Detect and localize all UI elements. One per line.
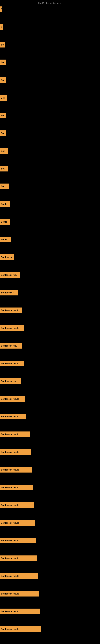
- bar-label-2: Bo: [1, 44, 4, 46]
- bar-item-23: Bottleneck result: [0, 414, 26, 420]
- bar-item-25: Bottleneck result: [0, 449, 31, 455]
- bar-label-0: B: [1, 8, 2, 10]
- bar-label-11: Bottle: [1, 203, 7, 205]
- bar-item-33: Bottleneck result: [0, 591, 39, 596]
- bar-item-5: Bot: [0, 95, 7, 100]
- bar-label-35: Bottleneck result: [1, 628, 19, 630]
- bar-item-8: Bot: [0, 148, 8, 154]
- bar-item-0: B: [0, 6, 2, 12]
- bar-label-28: Bottleneck result: [1, 504, 19, 506]
- bar-label-22: Bottleneck result: [1, 398, 19, 400]
- bar-item-9: Bot: [0, 166, 8, 172]
- bar-item-26: Bottleneck result: [0, 467, 32, 472]
- bar-label-21: Bottleneck res: [1, 380, 16, 382]
- bar-label-25: Bottleneck result: [1, 451, 19, 453]
- bar-label-3: Bo: [1, 61, 4, 64]
- bar-item-24: Bottleneck result: [0, 432, 30, 437]
- bar-item-16: Bottleneck r: [0, 290, 18, 296]
- bar-item-32: Bottleneck result: [0, 573, 38, 579]
- bar-item-13: Bottle: [0, 237, 11, 242]
- bar-label-19: Bottleneck resu: [1, 344, 17, 347]
- bar-label-4: Bo: [1, 79, 4, 81]
- bar-item-6: Bo: [0, 113, 6, 118]
- bar-item-20: Bottleneck result: [0, 361, 24, 366]
- bar-item-19: Bottleneck resu: [0, 343, 22, 348]
- bar-label-5: Bot: [1, 96, 4, 99]
- bar-item-1: B: [0, 24, 3, 30]
- bar-item-15: Bottleneck resu: [0, 272, 20, 278]
- bar-item-17: Bottleneck result: [0, 308, 22, 313]
- bar-label-6: Bo: [1, 114, 4, 117]
- bar-label-29: Bottleneck result: [1, 522, 19, 524]
- bar-item-21: Bottleneck res: [0, 378, 21, 384]
- bar-label-16: Bottleneck r: [1, 292, 14, 294]
- bar-label-14: Bottleneck: [1, 256, 12, 258]
- bar-item-4: Bo: [0, 77, 6, 83]
- bar-label-12: Bottle: [1, 220, 7, 223]
- bar-label-7: Bo: [1, 132, 4, 134]
- bar-item-27: Bottleneck result: [0, 484, 33, 490]
- bar-label-9: Bot: [1, 168, 4, 170]
- bar-label-34: Bottleneck result: [1, 610, 19, 612]
- bar-label-32: Bottleneck result: [1, 575, 19, 577]
- bar-item-35: Bottleneck result: [0, 626, 41, 632]
- bar-label-1: B: [1, 26, 2, 28]
- bar-label-13: Bottle: [1, 238, 7, 241]
- bar-item-14: Bottleneck: [0, 254, 14, 260]
- bar-label-8: Bot: [1, 150, 4, 152]
- bar-item-12: Bottle: [0, 219, 10, 224]
- bar-label-30: Bottleneck result: [1, 539, 19, 542]
- bar-label-27: Bottleneck result: [1, 486, 19, 489]
- bar-item-34: Bottleneck result: [0, 608, 40, 614]
- bar-label-31: Bottleneck result: [1, 557, 19, 560]
- bar-label-26: Bottleneck result: [1, 468, 19, 471]
- bar-label-20: Bottleneck result: [1, 362, 19, 365]
- bar-item-29: Bottleneck result: [0, 520, 35, 526]
- site-title: TheBottlenecker.com: [38, 2, 62, 5]
- bar-label-10: Bott: [1, 185, 5, 188]
- bar-label-33: Bottleneck result: [1, 592, 19, 595]
- bar-label-18: Bottleneck result: [1, 327, 19, 329]
- bar-item-10: Bott: [0, 184, 9, 189]
- bar-item-28: Bottleneck result: [0, 502, 34, 508]
- bar-item-11: Bottle: [0, 201, 10, 207]
- bar-item-3: Bo: [0, 60, 6, 65]
- bar-item-2: Bo: [0, 42, 5, 48]
- bar-item-18: Bottleneck result: [0, 325, 24, 331]
- bar-label-15: Bottleneck resu: [1, 274, 17, 276]
- bar-label-23: Bottleneck result: [1, 416, 19, 418]
- bar-label-24: Bottleneck result: [1, 433, 19, 436]
- bar-item-22: Bottleneck result: [0, 396, 25, 402]
- bar-item-7: Bo: [0, 130, 6, 136]
- bar-label-17: Bottleneck result: [1, 309, 19, 312]
- bar-item-31: Bottleneck result: [0, 556, 37, 561]
- bar-item-30: Bottleneck result: [0, 538, 36, 544]
